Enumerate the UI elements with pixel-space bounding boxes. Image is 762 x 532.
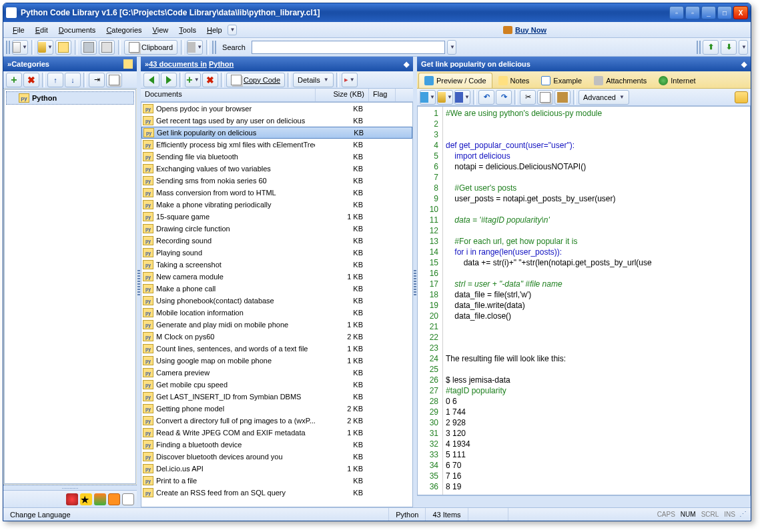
tools-button[interactable]: ▼ [187,40,203,55]
delete-category-button[interactable]: ✖ [23,73,39,87]
undo-button[interactable]: ↶ [478,90,494,105]
advanced-button[interactable]: Advanced▼ [579,90,629,105]
code-editor[interactable]: 1234567891011121314151617181920212223242… [417,106,751,495]
document-row[interactable]: pyMobile location informationKB [141,307,412,319]
paste-button2[interactable] [554,90,570,105]
add-doc-button[interactable]: +▼ [185,73,201,87]
document-row[interactable]: pyGet link popularity on deliciousKB [141,127,412,139]
document-row[interactable]: py15-square game1 KB [141,211,412,223]
maximize-button[interactable]: □ [717,6,732,19]
document-row[interactable]: pyRead & Write JPEG COM and EXIF metadat… [141,427,412,439]
document-row[interactable]: pyNew camera module1 KB [141,271,412,283]
document-row[interactable]: pyTaking a screenshotKB [141,259,412,271]
toolbar-grip2[interactable] [212,41,216,54]
document-row[interactable]: pyMake a phone callKB [141,283,412,295]
new-button[interactable]: ▼ [12,40,28,55]
preview-button[interactable] [99,40,115,55]
ed-open-button[interactable]: ▼ [437,90,453,105]
document-row[interactable]: pyDrawing circle functionKB [141,223,412,235]
document-row[interactable]: pyEfficiently process big xml files with… [141,139,412,151]
ed-save-button[interactable]: ▼ [454,90,470,105]
save-button[interactable] [55,40,71,55]
code-content[interactable]: #We are using python's delicious-py modu… [443,107,750,495]
nav-dropdown[interactable]: ▼ [739,40,748,55]
document-row[interactable]: pyPrint to a fileKB [141,475,412,487]
delete-doc-button[interactable]: ✖ [202,73,218,87]
cut-button[interactable]: ✂ [520,90,536,105]
document-row[interactable]: pyCamera previewKB [141,367,412,379]
toolbar-grip3[interactable] [697,41,701,54]
tab-attachments[interactable]: Attachments [588,73,653,88]
paste-button[interactable] [106,73,122,87]
menu-categories[interactable]: Categories [101,24,147,36]
red-ball-icon[interactable] [66,493,78,505]
tab-example[interactable]: Example [535,73,588,88]
document-row[interactable]: pyDel.icio.us API1 KB [141,463,412,475]
buy-now-link[interactable]: Buy Now [503,26,546,34]
add-category-button[interactable]: + [6,73,22,87]
expand-button[interactable]: ⇥ [89,73,105,87]
document-row[interactable]: pyGet LAST_INSERT_ID from Symbian DBMSKB [141,391,412,403]
document-row[interactable]: pyMass conversion from word to HTMLKB [141,187,412,199]
nav-up-button[interactable]: ⬆ [703,40,719,55]
document-row[interactable]: pyCreate an RSS feed from an SQL queryKB [141,487,412,499]
document-list[interactable]: pyOpens pydoc in your browserKBpyGet rec… [141,102,413,507]
document-row[interactable]: pyOpens pydoc in your browserKB [141,103,412,115]
minimize-button[interactable]: _ [701,6,716,19]
folder-icon[interactable] [123,59,133,69]
star-icon[interactable]: ★ [80,493,92,505]
document-row[interactable]: pyRecording soundKB [141,235,412,247]
document-row[interactable]: pyPlaying soundKB [141,247,412,259]
print-button[interactable] [81,40,97,55]
nav-down-button[interactable]: ⬇ [721,40,737,55]
menu-view[interactable]: View [147,24,174,36]
search-dropdown[interactable]: ▼ [447,40,456,55]
document-row[interactable]: pyDiscover bluetooth devices around youK… [141,451,412,463]
doc-next-button[interactable] [161,73,177,87]
collapse-icon[interactable]: ◆ [404,60,409,69]
document-row[interactable]: pyUsing phonebook(contact) databaseKB [141,295,412,307]
doc-category-link[interactable]: Python [209,60,234,68]
document-row[interactable]: pyFinding a bluetooth deviceKB [141,439,412,451]
clipboard-button[interactable]: Clipboard [124,40,177,55]
search-input[interactable] [252,41,445,54]
menu-edit[interactable]: Edit [30,24,53,36]
menu-documents[interactable]: Documents [53,24,101,36]
category-node-python[interactable]: py Python [6,91,134,105]
col-flag[interactable]: Flag [369,89,396,101]
horizontal-scrollbar[interactable] [417,495,751,507]
orange-icon[interactable] [108,493,120,505]
document-row[interactable]: pyGetting phone model2 KB [141,403,412,415]
col-size[interactable]: Size (KB) [316,89,369,101]
document-row[interactable]: pyExchanging values of two variablesKB [141,163,412,175]
page-icon2[interactable] [122,493,134,505]
document-row[interactable]: pyMake a phone vibrating periodicallyKB [141,199,412,211]
document-row[interactable]: pyCount lines, sentences, and words of a… [141,343,412,355]
menu-tools[interactable]: Tools [173,24,202,36]
doc-count-link[interactable]: 43 documents in [149,60,207,68]
close-button[interactable]: X [733,6,748,19]
menu-help[interactable]: Help [202,24,228,36]
change-language-link[interactable]: Change Language [6,511,75,519]
move-up-button[interactable]: ↑ [47,73,63,87]
document-row[interactable]: pyUsing google map on mobile phone1 KB [141,355,412,367]
tab-internet[interactable]: Internet [653,73,701,88]
details-button[interactable]: Details▼ [293,73,334,87]
document-row[interactable]: pySending sms from nokia series 60KB [141,175,412,187]
tab-notes[interactable]: Notes [492,73,536,88]
flag-icon[interactable] [94,493,106,505]
restore2-button[interactable]: ▫ [685,6,700,19]
flag-dropdown-button[interactable]: ▸▼ [342,73,358,87]
editor-collapse-icon[interactable]: ◆ [741,60,747,69]
menu-file[interactable]: File [7,24,30,36]
category-tree[interactable]: py Python [4,89,136,484]
copy-code-button[interactable]: Copy Code [226,73,285,87]
redo-button[interactable]: ↷ [496,90,512,105]
restore1-button[interactable]: ▫ [669,6,684,19]
ed-view-button[interactable]: ▼ [420,90,436,105]
resize-grip[interactable]: ⋰ [738,510,748,519]
tab-preview-code[interactable]: Preview / Code [418,73,492,88]
menu-dropdown-icon[interactable]: ▼ [228,25,237,35]
document-row[interactable]: pyConvert a directory full of png images… [141,415,412,427]
copy-button[interactable] [537,90,553,105]
